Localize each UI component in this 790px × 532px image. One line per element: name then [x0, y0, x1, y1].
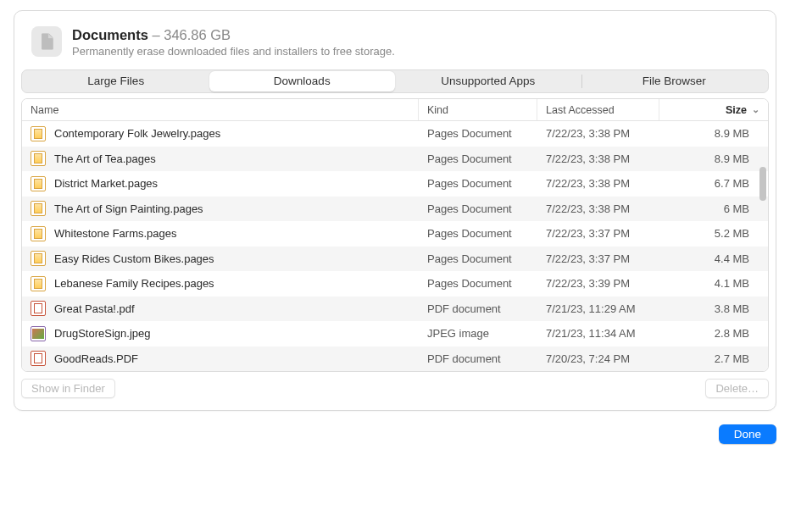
file-name: GoodReads.PDF	[54, 352, 138, 365]
cell-name: Whitestone Farms.pages	[22, 226, 419, 241]
file-name: Whitestone Farms.pages	[54, 227, 177, 240]
cell-size: 2.7 MB	[659, 352, 768, 365]
pages-file-icon	[31, 126, 46, 141]
table-row[interactable]: The Art of Sign Painting.pagesPages Docu…	[22, 197, 768, 222]
table-row[interactable]: Whitestone Farms.pagesPages Document7/22…	[22, 221, 768, 247]
table-row[interactable]: GoodReads.PDFPDF document7/20/23, 7:24 P…	[22, 346, 768, 372]
column-last-accessed[interactable]: Last Accessed	[537, 99, 659, 120]
panel-size: – 346.86 GB	[152, 27, 231, 42]
cell-size: 4.1 MB	[659, 277, 768, 290]
table-row[interactable]: The Art of Tea.pagesPages Document7/22/2…	[22, 147, 768, 172]
scrollbar-thumb[interactable]	[759, 167, 766, 201]
cell-last-accessed: 7/21/23, 11:29 AM	[537, 302, 659, 315]
cell-size: 3.8 MB	[659, 302, 768, 315]
cell-size: 8.9 MB	[659, 127, 768, 140]
tab-unsupported-apps[interactable]: Unsupported Apps	[395, 71, 581, 91]
cell-name: Lebanese Family Recipes.pages	[22, 276, 419, 291]
cell-name: District Market.pages	[22, 176, 419, 191]
cell-last-accessed: 7/21/23, 11:34 AM	[537, 327, 659, 340]
tab-file-browser[interactable]: File Browser	[581, 71, 768, 91]
cell-name: Contemporary Folk Jewelry.pages	[22, 126, 419, 141]
file-name: The Art of Tea.pages	[54, 152, 156, 165]
cell-size: 6.7 MB	[659, 177, 768, 190]
tab-downloads[interactable]: Downloads	[209, 71, 396, 91]
column-size[interactable]: Size ⌄	[659, 99, 768, 120]
sort-chevron-icon: ⌄	[752, 104, 759, 115]
panel-subtitle: Permanently erase downloaded files and i…	[72, 45, 395, 58]
cell-name: GoodReads.PDF	[22, 351, 419, 366]
cell-size: 8.9 MB	[659, 152, 768, 165]
table-header: Name Kind Last Accessed Size ⌄	[22, 99, 768, 121]
dialog-action-bar: Done	[14, 424, 776, 444]
column-name[interactable]: Name	[22, 99, 419, 120]
cell-kind: Pages Document	[419, 177, 537, 190]
file-name: Great Pasta!.pdf	[54, 302, 135, 315]
cell-kind: Pages Document	[419, 127, 537, 140]
table-body: Contemporary Folk Jewelry.pagesPages Doc…	[22, 121, 768, 371]
table-row[interactable]: Lebanese Family Recipes.pagesPages Docum…	[22, 271, 768, 296]
pages-file-icon	[31, 251, 46, 266]
title-row: Documents – 346.86 GB	[72, 26, 395, 43]
cell-name: DrugStoreSign.jpeg	[22, 326, 419, 341]
cell-name: The Art of Sign Painting.pages	[22, 201, 419, 216]
table-row[interactable]: Contemporary Folk Jewelry.pagesPages Doc…	[22, 121, 768, 147]
cell-kind: Pages Document	[419, 252, 537, 265]
panel-title: Documents	[72, 27, 148, 42]
file-name: Easy Rides Custom Bikes.pages	[54, 252, 214, 265]
panel-footer: Show in Finder Delete…	[14, 372, 776, 398]
cell-last-accessed: 7/22/23, 3:38 PM	[537, 152, 659, 165]
table-row[interactable]: Easy Rides Custom Bikes.pagesPages Docum…	[22, 247, 768, 272]
pages-file-icon	[31, 226, 46, 241]
jpeg-file-icon	[31, 326, 46, 341]
tab-large-files[interactable]: Large Files	[23, 71, 209, 91]
table-row[interactable]: Great Pasta!.pdfPDF document7/21/23, 11:…	[22, 296, 768, 322]
pages-file-icon	[31, 201, 46, 216]
pdf-file-icon	[31, 351, 46, 366]
cell-last-accessed: 7/22/23, 3:38 PM	[537, 177, 659, 190]
cell-size: 6 MB	[659, 202, 768, 215]
file-name: The Art of Sign Painting.pages	[54, 202, 203, 215]
table-row[interactable]: DrugStoreSign.jpegJPEG image7/21/23, 11:…	[22, 321, 768, 346]
file-table: Name Kind Last Accessed Size ⌄ Contempor…	[21, 98, 769, 372]
category-tabs: Large FilesDownloadsUnsupported AppsFile…	[21, 69, 769, 93]
cell-last-accessed: 7/22/23, 3:37 PM	[537, 252, 659, 265]
cell-kind: Pages Document	[419, 227, 537, 240]
done-button[interactable]: Done	[719, 424, 776, 444]
header-text: Documents – 346.86 GB Permanently erase …	[72, 26, 395, 58]
pages-file-icon	[31, 176, 46, 191]
cell-kind: JPEG image	[419, 327, 537, 340]
cell-last-accessed: 7/20/23, 7:24 PM	[537, 352, 659, 365]
cell-last-accessed: 7/22/23, 3:37 PM	[537, 227, 659, 240]
cell-kind: Pages Document	[419, 202, 537, 215]
pages-file-icon	[31, 276, 46, 291]
cell-size: 2.8 MB	[659, 327, 768, 340]
documents-category-icon	[31, 26, 62, 57]
file-name: Lebanese Family Recipes.pages	[54, 277, 214, 290]
pdf-file-icon	[31, 301, 46, 316]
file-name: District Market.pages	[54, 177, 158, 190]
cell-size: 4.4 MB	[659, 252, 768, 265]
file-name: Contemporary Folk Jewelry.pages	[54, 127, 220, 140]
cell-name: Great Pasta!.pdf	[22, 301, 419, 316]
cell-last-accessed: 7/22/23, 3:38 PM	[537, 127, 659, 140]
column-kind[interactable]: Kind	[419, 99, 537, 120]
cell-kind: PDF document	[419, 302, 537, 315]
file-name: DrugStoreSign.jpeg	[54, 327, 150, 340]
cell-kind: PDF document	[419, 352, 537, 365]
cell-last-accessed: 7/22/23, 3:38 PM	[537, 202, 659, 215]
show-in-finder-button[interactable]: Show in Finder	[21, 379, 115, 398]
cell-name: Easy Rides Custom Bikes.pages	[22, 251, 419, 266]
storage-documents-panel: Documents – 346.86 GB Permanently erase …	[14, 10, 776, 411]
pages-file-icon	[31, 151, 46, 166]
cell-kind: Pages Document	[419, 152, 537, 165]
cell-last-accessed: 7/22/23, 3:39 PM	[537, 277, 659, 290]
cell-name: The Art of Tea.pages	[22, 151, 419, 166]
delete-button[interactable]: Delete…	[705, 379, 769, 398]
cell-size: 5.2 MB	[659, 227, 768, 240]
panel-header: Documents – 346.86 GB Permanently erase …	[14, 26, 776, 69]
cell-kind: Pages Document	[419, 277, 537, 290]
table-row[interactable]: District Market.pagesPages Document7/22/…	[22, 171, 768, 197]
